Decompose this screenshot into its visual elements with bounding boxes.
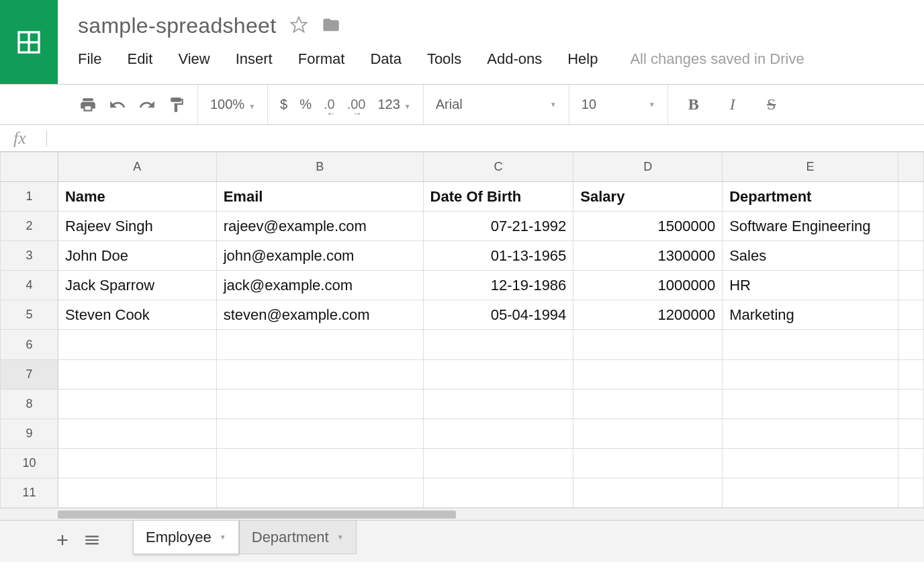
- cell[interactable]: Date Of Birth: [423, 182, 573, 212]
- row-header[interactable]: 5: [1, 300, 58, 330]
- cell[interactable]: [58, 448, 216, 478]
- cell[interactable]: [898, 448, 923, 478]
- cell[interactable]: [216, 359, 423, 389]
- col-header-E[interactable]: E: [723, 152, 898, 182]
- cell[interactable]: [898, 241, 923, 271]
- cell[interactable]: [58, 330, 216, 359]
- cell[interactable]: [423, 419, 573, 448]
- percent-button[interactable]: %: [299, 97, 312, 112]
- row-header[interactable]: 3: [1, 241, 58, 271]
- cell[interactable]: john@example.com: [216, 241, 423, 271]
- horizontal-scrollbar[interactable]: [0, 508, 924, 520]
- cell[interactable]: [423, 330, 573, 359]
- cell[interactable]: [573, 448, 723, 478]
- cell[interactable]: [898, 359, 923, 389]
- menu-help[interactable]: Help: [567, 50, 598, 68]
- cell[interactable]: Software Engineering: [723, 212, 898, 241]
- cell[interactable]: [723, 478, 898, 507]
- sheet-tab-employee[interactable]: Employee ▼: [133, 521, 239, 554]
- cell[interactable]: [216, 389, 423, 419]
- currency-button[interactable]: $: [280, 97, 287, 112]
- cell[interactable]: [573, 419, 723, 448]
- cell[interactable]: [898, 271, 923, 300]
- cell[interactable]: John Doe: [58, 241, 216, 271]
- print-icon[interactable]: [79, 96, 97, 114]
- paint-format-icon[interactable]: [168, 96, 185, 114]
- cell[interactable]: [573, 478, 723, 507]
- cell[interactable]: [216, 419, 423, 448]
- cell[interactable]: [216, 478, 423, 507]
- row-header[interactable]: 6: [1, 330, 58, 359]
- italic-button[interactable]: I: [719, 95, 746, 114]
- cell[interactable]: rajeev@example.com: [216, 212, 423, 241]
- cell[interactable]: [898, 389, 923, 419]
- col-header-A[interactable]: A: [58, 152, 216, 182]
- star-icon[interactable]: [289, 15, 308, 37]
- menu-addons[interactable]: Add-ons: [487, 50, 542, 68]
- cell[interactable]: Department: [723, 182, 898, 212]
- cell[interactable]: [58, 389, 216, 419]
- cell[interactable]: jack@example.com: [216, 271, 423, 300]
- undo-icon[interactable]: [109, 96, 126, 114]
- menu-format[interactable]: Format: [298, 50, 345, 68]
- cell[interactable]: [898, 478, 923, 507]
- bold-button[interactable]: B: [680, 95, 707, 114]
- all-sheets-button[interactable]: [83, 531, 101, 552]
- col-header-B[interactable]: B: [216, 152, 423, 182]
- row-header[interactable]: 1: [1, 182, 58, 212]
- cell[interactable]: [216, 330, 423, 359]
- decrease-decimal-button[interactable]: .0←: [324, 97, 335, 112]
- cell[interactable]: [898, 330, 923, 359]
- cell[interactable]: Rajeev Singh: [58, 212, 216, 241]
- cell[interactable]: 07-21-1992: [423, 212, 573, 241]
- font-selector[interactable]: Arial▼: [436, 97, 557, 112]
- row-header[interactable]: 10: [1, 448, 58, 478]
- cell[interactable]: [723, 448, 898, 478]
- row-header[interactable]: 9: [1, 419, 58, 448]
- menu-file[interactable]: File: [78, 50, 101, 68]
- cell[interactable]: [423, 478, 573, 507]
- cell[interactable]: [58, 478, 216, 507]
- row-header[interactable]: 11: [1, 478, 58, 507]
- menu-view[interactable]: View: [178, 50, 210, 68]
- col-header-F[interactable]: [898, 152, 923, 182]
- cell[interactable]: 1500000: [573, 212, 723, 241]
- add-sheet-button[interactable]: [54, 531, 71, 552]
- cell[interactable]: [423, 448, 573, 478]
- sheet-tab-department[interactable]: Department ▼: [239, 521, 357, 554]
- cell[interactable]: Marketing: [723, 300, 898, 330]
- cell[interactable]: [898, 182, 923, 212]
- format-123-button[interactable]: 123▼: [377, 97, 410, 112]
- row-header[interactable]: 2: [1, 212, 58, 241]
- cell[interactable]: [898, 300, 923, 330]
- scrollbar-thumb[interactable]: [58, 511, 456, 519]
- sheets-logo[interactable]: [0, 0, 58, 84]
- cell[interactable]: 01-13-1965: [423, 241, 573, 271]
- cell[interactable]: steven@example.com: [216, 300, 423, 330]
- dropdown-arrow-icon[interactable]: ▼: [220, 533, 226, 541]
- cell[interactable]: Steven Cook: [58, 300, 216, 330]
- folder-icon[interactable]: [322, 15, 340, 37]
- cell[interactable]: [573, 389, 723, 419]
- cell[interactable]: Email: [216, 182, 423, 212]
- cell[interactable]: HR: [723, 271, 898, 300]
- document-title[interactable]: sample-spreadsheet: [78, 13, 276, 38]
- cell[interactable]: Salary: [573, 182, 723, 212]
- menu-data[interactable]: Data: [370, 50, 401, 68]
- cell[interactable]: [723, 330, 898, 359]
- cell[interactable]: [723, 359, 898, 389]
- menu-insert[interactable]: Insert: [236, 50, 273, 68]
- menu-tools[interactable]: Tools: [427, 50, 461, 68]
- cell[interactable]: [723, 389, 898, 419]
- cell[interactable]: 05-04-1994: [423, 300, 573, 330]
- cell[interactable]: 1000000: [573, 271, 723, 300]
- spreadsheet-grid[interactable]: A B C D E 1 Name Email Date Of Birth Sal…: [0, 152, 924, 508]
- cell[interactable]: [573, 359, 723, 389]
- cell[interactable]: [898, 419, 923, 448]
- row-header[interactable]: 4: [1, 271, 58, 300]
- cell[interactable]: Jack Sparrow: [58, 271, 216, 300]
- dropdown-arrow-icon[interactable]: ▼: [337, 533, 344, 541]
- cell[interactable]: [573, 330, 723, 359]
- cell[interactable]: [58, 419, 216, 448]
- row-header[interactable]: 8: [1, 389, 58, 419]
